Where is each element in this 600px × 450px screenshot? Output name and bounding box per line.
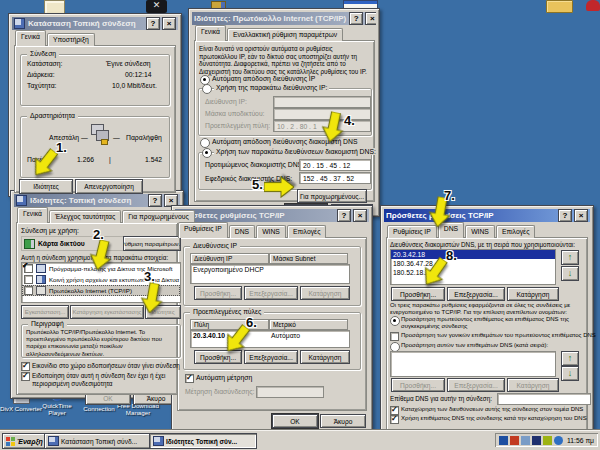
remove-button[interactable]: Κατάργηση (507, 378, 559, 392)
task-label: Κατάσταση Τοπική σύνδ... (61, 438, 137, 445)
advanced-dns-titlebar[interactable]: Πρόσθετες ρυθμίσεις TCP/IP ? × (384, 209, 590, 222)
advanced-ip-titlebar[interactable]: Πρόσθετες ρυθμίσεις TCP/IP ? × (175, 209, 369, 222)
auto-metric-checkbox[interactable] (185, 374, 194, 383)
tray-app-icon[interactable] (521, 436, 530, 445)
desktop-icon-red[interactable] (586, 0, 600, 11)
register-label: Καταχώρηση των διευθύνσεων αυτής της σύν… (401, 406, 583, 412)
show-icon-label: Εικονίδιο στο χώρο ειδοποιήσεων όταν γίν… (32, 362, 180, 369)
component-checkbox[interactable] (24, 275, 33, 284)
dash-right: — (113, 134, 120, 141)
help-icon[interactable]: ? (337, 209, 351, 222)
move-down-icon[interactable]: ↓ (561, 366, 579, 381)
gateway-row[interactable]: 20.3.40.10 Αυτόματο (191, 331, 349, 340)
add-button[interactable]: Προσθήκη... (194, 286, 242, 300)
network-connection-icon (16, 195, 27, 206)
tray-app-icon[interactable] (510, 436, 519, 445)
tab-options[interactable]: Επιλογές (496, 225, 536, 238)
dhcp-row[interactable]: Ενεργοποιημένο DHCP (191, 265, 349, 274)
use-suffix-checkbox[interactable] (390, 415, 399, 424)
tab-support[interactable]: Υποστήριξη (47, 33, 95, 46)
network-adapter-icon (24, 239, 35, 249)
dns-server-item-selected[interactable]: 20.3.42.18 (391, 250, 555, 259)
preferred-dns-field[interactable]: 20 . 15 . 45 . 12 (299, 159, 371, 171)
cancel-button[interactable]: Άκυρο (320, 414, 366, 428)
edit-button[interactable]: Επεξεργασία... (244, 286, 298, 300)
tray-globe-icon[interactable] (554, 436, 563, 445)
tray-app-icon[interactable] (532, 436, 541, 445)
desktop-icon-folder[interactable] (546, 0, 573, 13)
metric-column-header[interactable]: Μετρικό (269, 319, 348, 330)
tab-wins[interactable]: WINS (465, 225, 495, 238)
taskbar-button-properties[interactable]: Ιδιότητες Τοπική σύν... (149, 433, 257, 449)
sharing-icon (36, 275, 46, 284)
move-up-icon[interactable]: ↑ (561, 250, 579, 265)
tab-options[interactable]: Επιλογές (287, 225, 327, 238)
help-icon[interactable]: ? (146, 17, 160, 30)
manual-dns-radio[interactable] (202, 148, 212, 158)
show-icon-checkbox[interactable] (21, 362, 30, 371)
interface-metric-field[interactable] (256, 386, 324, 398)
advanced-button[interactable]: Για προχωρημένους... (297, 189, 367, 203)
add-button[interactable]: Προσθήκη... (391, 378, 445, 392)
tcpip-intro-text: Είναι δυνατό να οριστούν αυτόματα οι ρυθ… (199, 45, 369, 76)
tcpip-dialog-titlebar[interactable]: Ιδιότητες: Πρωτόκολλο Internet (TCP/IP) … (192, 12, 376, 25)
tab-general[interactable]: Γενικά (17, 207, 48, 223)
close-icon[interactable]: × (365, 12, 376, 25)
auto-metric-label: Αυτόματη μέτρηση (196, 374, 252, 381)
tab-authentication[interactable]: Έλεγχος ταυτότητας (49, 210, 121, 223)
ok-button[interactable]: OK (272, 414, 318, 428)
lan-properties-titlebar[interactable]: Ιδιότητες: Τοπική σύνδεση ? × (14, 194, 180, 207)
append-parent-checkbox[interactable] (390, 332, 399, 341)
notify-checkbox[interactable] (21, 372, 30, 381)
remove-button[interactable]: Κατάργηση (300, 286, 350, 300)
status-dialog-titlebar[interactable]: Κατάσταση Τοπική σύνδεση ? × (12, 17, 178, 30)
tab-wins[interactable]: WINS (256, 225, 286, 238)
append-primary-radio[interactable] (390, 316, 400, 326)
ip-column-header[interactable]: Διεύθυνση IP (190, 253, 269, 264)
close-icon[interactable]: × (162, 17, 176, 30)
alternate-dns-field[interactable]: 152 . 45 . 37 . 52 (299, 172, 371, 184)
tab-ip-settings[interactable]: Ρυθμίσεις IP (387, 225, 437, 238)
tray-app-icon[interactable] (543, 436, 552, 445)
mask-column-header[interactable]: Μάσκα Subnet (269, 253, 348, 264)
move-down-icon[interactable]: ↓ (561, 266, 579, 281)
configure-button[interactable]: Ρύθμιση παραμέτρων... (123, 236, 181, 251)
tray-app-icon[interactable] (499, 436, 508, 445)
manual-ip-radio[interactable] (202, 84, 212, 94)
tab-ip-settings[interactable]: Ρυθμίσεις IP (178, 222, 228, 238)
start-button[interactable]: Έναρξη (2, 433, 46, 449)
close-icon[interactable]: × (574, 209, 588, 222)
component-checkbox[interactable] (24, 286, 33, 295)
connection-group-label: Σύνδεση (27, 50, 59, 57)
append-parent-label: Προσάρτηση των γονικών επιθεμάτων του πρ… (401, 332, 596, 338)
help-icon[interactable]: ? (148, 194, 162, 207)
tcpip-dialog-title: Ιδιότητες: Πρωτόκολλο Internet (TCP/IP) (194, 14, 346, 23)
uninstall-button[interactable]: Κατάργηση εγκατάστασης (70, 305, 144, 319)
dns-suffix-field[interactable] (497, 393, 591, 405)
edit-button[interactable]: Επεξεργασία... (447, 378, 505, 392)
ip-address-field[interactable] (273, 96, 371, 108)
help-icon[interactable]: ? (349, 12, 363, 25)
tab-dns[interactable]: DNS (229, 225, 255, 238)
dns-server-item[interactable]: 180.36.47.28 (391, 259, 555, 268)
edit-button[interactable]: Επεξεργασία... (244, 350, 298, 364)
close-icon[interactable]: × (353, 209, 367, 222)
edit-button[interactable]: Επεξεργασία... (447, 287, 505, 301)
remove-button[interactable]: Κατάργηση (507, 287, 559, 301)
tab-general[interactable]: Γενικά (195, 25, 226, 41)
help-icon[interactable]: ? (558, 209, 572, 222)
auto-dns-radio[interactable] (200, 138, 210, 148)
status-label: Κατάσταση: (27, 60, 62, 67)
metric-value: Αυτόματο (269, 331, 302, 340)
move-up-icon[interactable]: ↑ (561, 351, 579, 366)
step6-number: 6. (246, 315, 257, 330)
dns-suffix-list[interactable] (390, 351, 556, 377)
tab-general[interactable]: Γενικά (15, 30, 46, 46)
tab-alternate-config[interactable]: Εναλλακτική ρύθμιση παραμέτρων (227, 28, 343, 41)
remove-button[interactable]: Κατάργηση (300, 350, 350, 364)
desktop-icon-document[interactable] (44, 0, 65, 14)
install-button[interactable]: Εγκατάσταση... (21, 305, 69, 319)
disable-button[interactable]: Απενεργοποίηση (75, 179, 143, 194)
taskbar-button-status[interactable]: Κατάσταση Τοπική σύνδ... (44, 433, 152, 449)
desktop-icon-divx[interactable]: ✕ (146, 0, 167, 13)
